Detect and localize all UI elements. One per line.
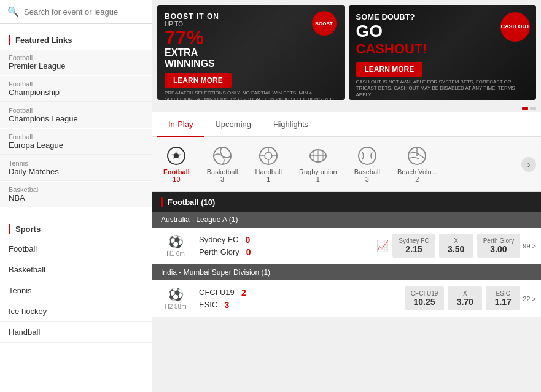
handball-icon	[259, 146, 278, 166]
boost-learn-more-button[interactable]: LEARN MORE	[165, 73, 232, 88]
match-more-cfci[interactable]: 22 >	[523, 295, 536, 302]
search-box[interactable]: 🔍	[0, 0, 152, 24]
sport-icon-football[interactable]: Football 10	[155, 142, 198, 186]
svg-point-2	[174, 153, 179, 158]
sidebar-item-nba[interactable]: Basketball NBA	[0, 182, 152, 207]
handball-count: 1	[267, 175, 270, 183]
sidebar-item-europa-league[interactable]: Football Europa League	[0, 129, 152, 155]
match-more-sydney[interactable]: 99 >	[523, 242, 536, 250]
dot-1[interactable]	[522, 107, 528, 110]
team2-perth: Perth Glory 0	[199, 247, 372, 257]
sidebar-item-tennis-daily[interactable]: Tennis Daily Matches	[0, 155, 152, 181]
score2-esic: 3	[222, 300, 231, 310]
featured-links-title: Featured Links	[0, 30, 152, 50]
sport-icon-beach-volleyball[interactable]: Beach Volu... 2	[389, 142, 446, 186]
league-india: India - Mumbai Super Division (1)	[152, 264, 541, 280]
sport-icon-rugby[interactable]: Rugby union 1	[290, 142, 346, 186]
match-time-h2: H2 58m	[165, 303, 186, 310]
odds-btn-draw-sydney[interactable]: X 3.50	[439, 234, 473, 258]
boost-pct: 77%	[165, 28, 338, 47]
rugby-icon	[308, 146, 328, 166]
cashout-text: CASHOUT!	[356, 41, 529, 57]
tab-highlights[interactable]: Highlights	[262, 112, 319, 137]
sports-title: Sports	[0, 219, 152, 239]
boost-fine-print: PRE-MATCH SELECTIONS ONLY. NO PARTIAL WI…	[165, 90, 338, 100]
basketball-icon	[212, 146, 232, 166]
beach-volleyball-icon	[407, 146, 427, 166]
tab-inplay[interactable]: In-Play	[157, 112, 204, 137]
odds-btn-draw-cfci[interactable]: X 3.70	[448, 286, 482, 310]
cashout-learn-more-button[interactable]: LEARN MORE	[356, 62, 423, 77]
svg-point-15	[359, 147, 376, 164]
boost-title-line1: BOOST IT ON	[165, 12, 338, 21]
rugby-label: Rugby union	[299, 168, 337, 175]
score1-sydney: 0	[243, 235, 252, 245]
boost-banner: BOOST IT ON UP TO 77% EXTRA WINNINGS LEA…	[157, 5, 345, 100]
sidebar-item-ice-hockey[interactable]: Ice hockey	[0, 301, 152, 322]
sport-icons-row: Football 10 Basketball 3	[152, 137, 541, 192]
team2-esic: ESIC 3	[199, 300, 400, 310]
team1-cfci: CFCI U19 2	[199, 288, 400, 298]
sidebar-item-championship[interactable]: Football Championship	[0, 76, 152, 102]
sidebar: 🔍 Featured Links Football Premier League…	[0, 0, 152, 392]
sidebar-item-premier-league[interactable]: Football Premier League	[0, 50, 152, 75]
baseball-count: 3	[365, 175, 369, 183]
sidebar-item-handball[interactable]: Handball	[0, 322, 152, 343]
beach-volleyball-count: 2	[415, 175, 419, 183]
banners-area: BOOST IT ON UP TO 77% EXTRA WINNINGS LEA…	[152, 0, 541, 105]
cashout-circle-icon: CASH OUT	[500, 12, 530, 42]
match-row-sydney: ⚽ H1 6m Sydney FC 0 Perth Glory 0 📈 Sydn…	[152, 228, 541, 264]
featured-links-section: Featured Links Football Premier League F…	[0, 24, 152, 214]
odds-btn-esic[interactable]: ESIC 1.17	[486, 286, 520, 310]
search-input[interactable]	[24, 7, 144, 17]
boost-extra: EXTRA	[165, 47, 338, 58]
main-tabs: In-Play Upcoming Highlights	[152, 112, 541, 137]
odds-btn-sydney-fc[interactable]: Sydney FC 2.15	[392, 234, 435, 258]
match-football-icon: ⚽	[168, 234, 184, 249]
team1-sydney: Sydney FC 0	[199, 235, 372, 245]
league-australia: Australia - League A (1)	[152, 212, 541, 228]
sport-icon-handball[interactable]: Handball 1	[247, 142, 290, 186]
boost-circle-icon: BOOST	[312, 11, 337, 36]
odds-btn-perth-glory[interactable]: Perth Glory 3.00	[477, 234, 521, 258]
sidebar-item-football[interactable]: Football	[0, 239, 152, 259]
match-football-icon-2: ⚽	[168, 287, 184, 302]
tab-upcoming[interactable]: Upcoming	[204, 112, 262, 137]
football-label: Football	[163, 168, 190, 175]
score1-cfci: 2	[239, 288, 248, 298]
sports-section: Sports Football Basketball Tennis Ice ho…	[0, 219, 152, 343]
boost-winnings: WINNINGS	[165, 58, 338, 69]
basketball-label: Basketball	[207, 168, 238, 175]
cashout-banner: SOME DOUBT? GO CASHOUT! LEARN MORE CASH …	[349, 5, 537, 100]
svg-point-5	[265, 152, 272, 159]
match-odds-sydney: Sydney FC 2.15 X 3.50 Perth Glory 3.00	[392, 234, 520, 258]
sidebar-item-tennis[interactable]: Tennis	[0, 280, 152, 301]
featured-links-list: Football Premier League Football Champio…	[0, 50, 152, 207]
match-row-cfci: ⚽ H2 58m CFCI U19 2 ESIC 3 CFCI U19 10.2…	[152, 280, 541, 317]
sport-icon-basketball[interactable]: Basketball 3	[198, 142, 247, 186]
sidebar-item-basketball[interactable]: Basketball	[0, 259, 152, 280]
sidebar-item-champions-league[interactable]: Football Champions League	[0, 102, 152, 128]
baseball-label: Baseball	[354, 168, 380, 175]
baseball-icon	[357, 146, 377, 166]
football-count: 10	[173, 175, 180, 183]
sport-icon-baseball[interactable]: Baseball 3	[346, 142, 389, 186]
match-odds-cfci: CFCI U19 10.25 X 3.70 ESIC 1.17	[405, 286, 520, 310]
odds-btn-cfci[interactable]: CFCI U19 10.25	[405, 286, 444, 310]
sport-icons-next-button[interactable]: ›	[521, 157, 536, 172]
rugby-count: 1	[316, 175, 320, 183]
matches-area: Football (10) Australia - League A (1) ⚽…	[152, 192, 541, 317]
banner-dots	[152, 105, 541, 112]
search-icon: 🔍	[7, 6, 19, 17]
basketball-count: 3	[220, 175, 224, 183]
beach-volleyball-label: Beach Volu...	[397, 168, 437, 175]
score2-perth: 0	[244, 247, 253, 257]
match-time-h1: H1 6m	[166, 250, 184, 257]
football-icon	[166, 146, 186, 166]
cashout-fine-print: CASH OUT IS NOT AVAILABLE FOR SYSTEM BET…	[356, 79, 529, 98]
handball-label: Handball	[255, 168, 282, 175]
football-section-header: Football (10)	[152, 192, 541, 212]
dot-2[interactable]	[530, 107, 536, 110]
stats-icon-sydney[interactable]: 📈	[376, 240, 389, 252]
main-content: BOOST IT ON UP TO 77% EXTRA WINNINGS LEA…	[152, 0, 541, 392]
